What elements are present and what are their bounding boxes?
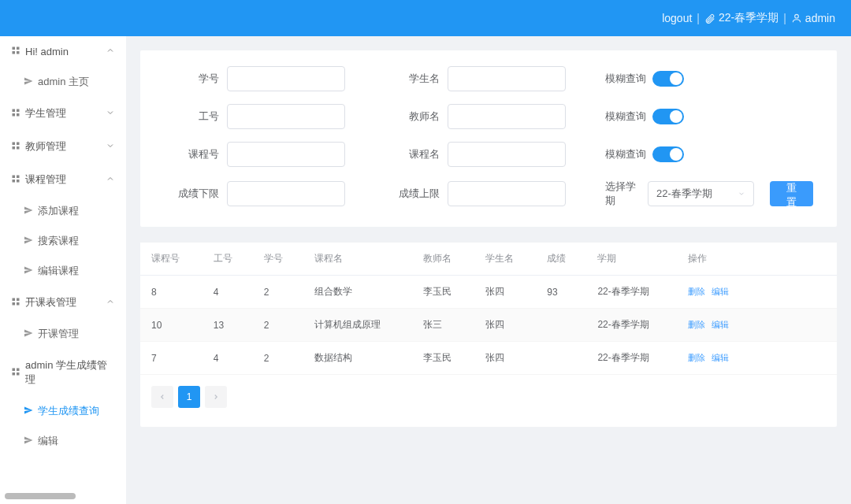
cell-actions: 删除 编辑 — [677, 342, 758, 375]
svg-rect-24 — [17, 372, 20, 376]
horizontal-scrollbar-thumb[interactable] — [5, 493, 76, 499]
grade-max-label: 成绩上限 — [385, 187, 440, 201]
sidebar-schedule-mgmt[interactable]: 开课表管理 — [0, 286, 126, 319]
sidebar-course-mgmt[interactable]: 课程管理 — [0, 163, 126, 196]
cell-actions: 删除 编辑 — [677, 309, 758, 342]
table-row: 742数据结构李玉民张四22-春季学期删除 编辑 — [140, 342, 837, 375]
cell-term: 22-春季学期 — [586, 276, 677, 309]
cell-grade: 93 — [536, 276, 586, 309]
cell-teacher_name: 张三 — [412, 309, 474, 342]
grade-max-input[interactable] — [448, 181, 566, 206]
svg-rect-1 — [13, 47, 16, 50]
cell-course_name: 数据结构 — [303, 342, 412, 375]
svg-rect-4 — [17, 51, 20, 54]
svg-rect-8 — [17, 113, 20, 117]
svg-point-0 — [795, 14, 799, 18]
pagination: 1 — [140, 375, 837, 413]
row-edit-link[interactable]: 编辑 — [712, 320, 729, 329]
cell-teacher_id: 13 — [203, 309, 253, 342]
svg-rect-11 — [13, 146, 16, 150]
cell-course_name: 计算机组成原理 — [303, 309, 412, 342]
cell-teacher_id: 4 — [203, 276, 253, 309]
cell-spacer — [758, 309, 837, 342]
row-edit-link[interactable]: 编辑 — [712, 353, 729, 362]
grade-min-input[interactable] — [227, 181, 345, 206]
user-icon — [791, 12, 805, 24]
svg-rect-23 — [13, 372, 16, 376]
course-id-input[interactable] — [227, 142, 345, 167]
student-id-label: 学号 — [164, 72, 219, 86]
term-display[interactable]: 22-春季学期 — [719, 11, 779, 25]
student-name-input[interactable] — [448, 66, 566, 91]
th-teacher-name: 教师名 — [412, 243, 474, 276]
row-edit-link[interactable]: 编辑 — [712, 287, 729, 296]
sidebar-item-add-course[interactable]: 添加课程 — [0, 196, 126, 226]
cell-course_name: 组合数学 — [303, 276, 412, 309]
teacher-id-input[interactable] — [227, 104, 345, 129]
th-grade: 成绩 — [536, 243, 586, 276]
sidebar-teacher-mgmt[interactable]: 教师管理 — [0, 130, 126, 163]
row-delete-link[interactable]: 删除 — [688, 353, 705, 362]
course-name-input[interactable] — [448, 142, 566, 167]
chevron-up-icon — [106, 174, 115, 186]
sep: | — [697, 12, 700, 24]
course-id-label: 课程号 — [164, 147, 219, 161]
sidebar-item-label: 开课管理 — [38, 327, 79, 341]
fuzzy-course-switch[interactable] — [652, 146, 684, 162]
grid-icon — [11, 108, 20, 120]
cell-term: 22-春季学期 — [586, 342, 677, 375]
sidebar-item-label: 编辑课程 — [38, 264, 79, 278]
cell-student_name: 张四 — [474, 276, 537, 309]
fuzzy-label: 模糊查询 — [605, 109, 646, 124]
logout-link[interactable]: logout — [662, 12, 692, 24]
reset-button[interactable]: 重置 — [770, 181, 813, 206]
term-select[interactable]: 22-春季学期 — [648, 181, 754, 206]
svg-rect-15 — [13, 180, 16, 183]
sidebar-greeting[interactable]: Hi! admin — [0, 36, 126, 67]
cell-spacer — [758, 342, 837, 375]
sidebar-item-label: 搜索课程 — [38, 234, 79, 248]
sidebar-item-label: admin 主页 — [38, 75, 89, 89]
grid-icon — [11, 141, 20, 153]
cell-grade — [536, 309, 586, 342]
filter-panel: 学号 学生名 模糊查询 工号 教师名 — [140, 50, 837, 227]
table-row: 10132计算机组成原理张三张四22-春季学期删除 编辑 — [140, 309, 837, 342]
sidebar-item-label: 编辑 — [38, 434, 58, 448]
chevron-up-icon — [106, 46, 115, 57]
sidebar-item-home[interactable]: admin 主页 — [0, 67, 126, 97]
teacher-id-label: 工号 — [164, 109, 219, 124]
results-table-card: 课程号 工号 学号 课程名 教师名 学生名 成绩 学期 操作 842组合数学李玉… — [140, 243, 837, 427]
row-delete-link[interactable]: 删除 — [688, 320, 705, 329]
student-id-input[interactable] — [227, 66, 345, 91]
th-teacher-id: 工号 — [203, 243, 253, 276]
user-name[interactable]: admin — [805, 12, 835, 24]
row-delete-link[interactable]: 删除 — [688, 287, 705, 296]
fuzzy-label: 模糊查询 — [605, 72, 646, 86]
cell-course_id: 8 — [140, 276, 203, 309]
fuzzy-student-switch[interactable] — [652, 71, 684, 87]
sidebar-item-edit-course[interactable]: 编辑课程 — [0, 256, 126, 286]
sidebar-student-mgmt[interactable]: 学生管理 — [0, 97, 126, 130]
chevron-down-icon — [738, 188, 745, 200]
cell-course_id: 7 — [140, 342, 203, 375]
sidebar-item-grade-edit[interactable]: 编辑 — [0, 426, 126, 456]
sidebar-item-schedule-manage[interactable]: 开课管理 — [0, 319, 126, 349]
sidebar-item-label: 学生成绩查询 — [38, 404, 99, 418]
term-selected-value: 22-春季学期 — [656, 187, 712, 201]
plane-icon — [24, 235, 33, 247]
th-actions: 操作 — [677, 243, 758, 276]
page-prev[interactable] — [151, 386, 173, 408]
th-spacer — [758, 243, 837, 276]
sidebar-item-grade-query[interactable]: 学生成绩查询 — [0, 396, 126, 426]
sidebar-grade-mgmt[interactable]: admin 学生成绩管理 — [0, 349, 126, 396]
page-next[interactable] — [205, 386, 227, 408]
grid-icon — [11, 297, 20, 309]
page-1[interactable]: 1 — [178, 386, 200, 408]
th-term: 学期 — [586, 243, 677, 276]
svg-rect-20 — [17, 302, 20, 306]
fuzzy-teacher-switch[interactable] — [652, 109, 684, 124]
teacher-name-input[interactable] — [448, 104, 566, 129]
sidebar-greeting-label: Hi! admin — [25, 46, 69, 57]
sidebar-item-search-course[interactable]: 搜索课程 — [0, 226, 126, 256]
cell-term: 22-春季学期 — [586, 309, 677, 342]
